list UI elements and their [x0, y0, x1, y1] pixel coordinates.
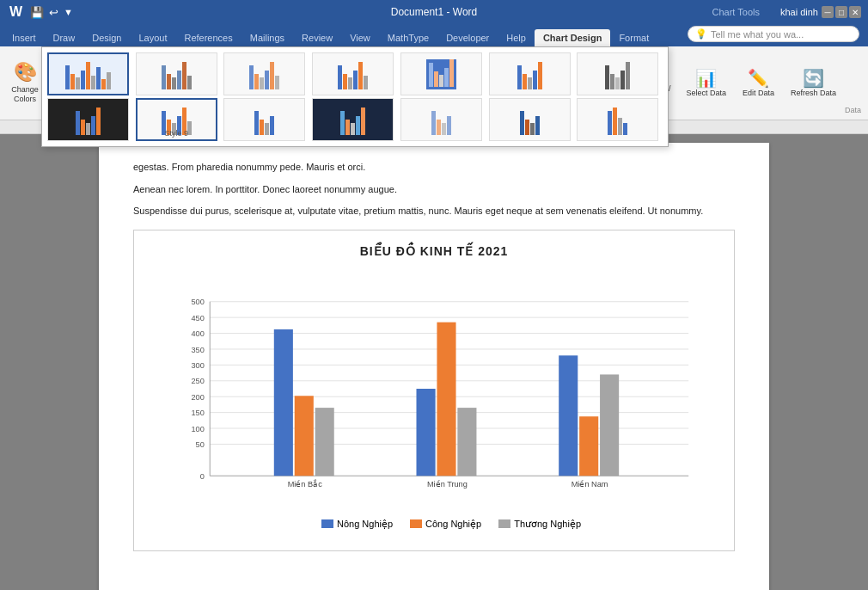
tab-insert[interactable]: Insert: [3, 29, 45, 46]
edit-data-icon: ✏️: [748, 68, 769, 89]
word-icon: W: [7, 3, 25, 21]
legend-color-thuong: [498, 519, 510, 528]
legend-nong-nghiep: Nông Nghiệp: [321, 519, 393, 530]
color-palette-icon: 🎨: [14, 63, 37, 82]
title-bar-right: Chart Tools khai dinh ─ □ ✕: [712, 6, 861, 18]
style-thumb-13[interactable]: [489, 98, 571, 141]
tab-chart-design[interactable]: Chart Design: [535, 29, 610, 46]
style-thumb-12[interactable]: [400, 98, 482, 141]
style-thumb-3[interactable]: [223, 52, 305, 95]
y-label-150: 150: [191, 409, 204, 417]
legend-label-thuong: Thương Nghiệp: [514, 519, 581, 530]
bar-bac-thuong: [315, 408, 334, 476]
y-label-450: 450: [191, 314, 204, 323]
y-label-300: 300: [191, 361, 204, 370]
edit-data-label: Edit Data: [743, 89, 774, 98]
change-colors-button[interactable]: 🎨 ChangeColors: [3, 48, 46, 118]
y-label-100: 100: [191, 424, 204, 433]
chart-svg: 500 450 400 350 300 250 200 150: [182, 268, 720, 509]
chart-legend: Nông Nghiệp Công Nghiệp Thương Nghiệp: [182, 519, 720, 530]
y-label-500: 500: [191, 298, 204, 306]
legend-label-nong: Nông Nghiệp: [337, 519, 393, 530]
bar-nam-thuong: [600, 374, 619, 476]
doc-title: Document1 - Word: [391, 6, 477, 18]
tab-view[interactable]: View: [341, 29, 379, 46]
x-label-nam: Miền Nam: [572, 480, 608, 489]
change-colors-label: ChangeColors: [11, 85, 39, 104]
edit-data-button[interactable]: ✏️ Edit Data: [735, 65, 782, 101]
window-controls: ─ □ ✕: [822, 6, 861, 18]
tab-review[interactable]: Review: [293, 29, 341, 46]
title-bar: W 💾 ↩ ▼ Document1 - Word Chart Tools kha…: [0, 0, 868, 24]
bar-trung-thuong: [457, 408, 476, 476]
legend-color-cong: [410, 519, 422, 528]
refresh-icon: 🔄: [803, 68, 824, 89]
style-9-label: Style 9: [164, 129, 188, 138]
y-label-250: 250: [191, 377, 204, 385]
bar-trung-nong: [416, 389, 435, 476]
chart-title: BIỂU ĐỒ KINH TẾ 2021: [148, 244, 720, 258]
user-name: khai dinh: [780, 7, 818, 17]
ribbon-tabs-bar: Insert Draw Design Layout References Mai…: [0, 24, 868, 46]
minimize-button[interactable]: ─: [822, 6, 834, 18]
paragraph-3: Suspendisse dui purus, scelerisque at, v…: [133, 204, 735, 219]
quick-save-icon[interactable]: 💾: [30, 6, 44, 19]
tab-developer[interactable]: Developer: [437, 29, 498, 46]
style-thumb-2[interactable]: [136, 52, 217, 95]
style-thumb-14[interactable]: [577, 98, 658, 141]
ribbon: 🎨 ChangeColors: [0, 46, 868, 120]
maximize-button[interactable]: □: [835, 6, 847, 18]
select-data-label: Select Data: [686, 89, 726, 98]
style-thumb-10[interactable]: [223, 98, 305, 141]
style-thumb-5[interactable]: [400, 52, 482, 95]
select-data-button[interactable]: 📊 Select Data: [679, 65, 733, 101]
y-label-400: 400: [191, 329, 204, 338]
chart-area: 500 450 400 350 300 250 200 150: [148, 268, 720, 530]
style-thumb-7[interactable]: [577, 52, 658, 95]
legend-color-nong: [321, 519, 333, 528]
tab-format[interactable]: Format: [610, 29, 657, 46]
document-page: egestas. From pharedia nonummy pede. Mau…: [99, 143, 769, 590]
y-label-0: 0: [200, 472, 205, 481]
tab-layout[interactable]: Layout: [130, 29, 175, 46]
undo-icon[interactable]: ↩: [49, 6, 58, 19]
tab-mailings[interactable]: Mailings: [241, 29, 293, 46]
paragraph-2: Aenean nec lorem. In porttitor. Donec la…: [133, 182, 735, 198]
y-label-200: 200: [191, 393, 204, 402]
x-label-trung: Miền Trung: [427, 480, 468, 489]
customize-icon[interactable]: ▼: [64, 7, 73, 17]
bar-trung-cong: [437, 322, 455, 476]
refresh-label: Refresh Data: [791, 89, 836, 98]
bar-bac-cong: [295, 396, 314, 476]
tell-me-box[interactable]: 💡 Tell me what you wa...: [688, 26, 859, 42]
style-thumb-11[interactable]: [312, 98, 394, 141]
select-data-icon: 📊: [695, 68, 717, 89]
paragraph-1: egestas. From pharedia nonummy pede. Mau…: [133, 160, 735, 175]
tab-draw[interactable]: Draw: [45, 29, 84, 46]
lightbulb-icon: 💡: [695, 28, 707, 40]
tab-design[interactable]: Design: [83, 29, 130, 46]
title-bar-left: W 💾 ↩ ▼: [7, 3, 73, 21]
y-label-350: 350: [191, 345, 204, 353]
chart-container: BIỂU ĐỒ KINH TẾ 2021 500 450 400 350 300: [133, 230, 735, 551]
style-thumb-4[interactable]: [312, 52, 394, 95]
bar-nam-nong: [559, 355, 578, 476]
style-thumb-9[interactable]: Style 9: [136, 98, 217, 141]
bar-nam-cong: [579, 416, 598, 476]
style-thumb-8[interactable]: [47, 98, 129, 141]
close-button[interactable]: ✕: [849, 6, 861, 18]
legend-cong-nghiep: Công Nghiệp: [410, 519, 481, 530]
y-label-50: 50: [196, 440, 205, 449]
tab-references[interactable]: References: [175, 29, 241, 46]
tab-help[interactable]: Help: [498, 29, 535, 46]
title-bar-title: Document1 - Word: [391, 6, 477, 18]
data-group-label: Data: [845, 106, 865, 118]
legend-label-cong: Công Nghiệp: [425, 519, 481, 530]
refresh-data-button[interactable]: 🔄 Refresh Data: [784, 65, 843, 101]
legend-thuong-nghiep: Thương Nghiệp: [498, 519, 581, 530]
style-thumb-6[interactable]: [489, 52, 571, 95]
tell-me-text: Tell me what you wa...: [711, 29, 804, 40]
tab-mathtype[interactable]: MathType: [379, 29, 437, 46]
bar-bac-nong: [274, 329, 293, 476]
style-thumb-1[interactable]: [47, 52, 129, 95]
